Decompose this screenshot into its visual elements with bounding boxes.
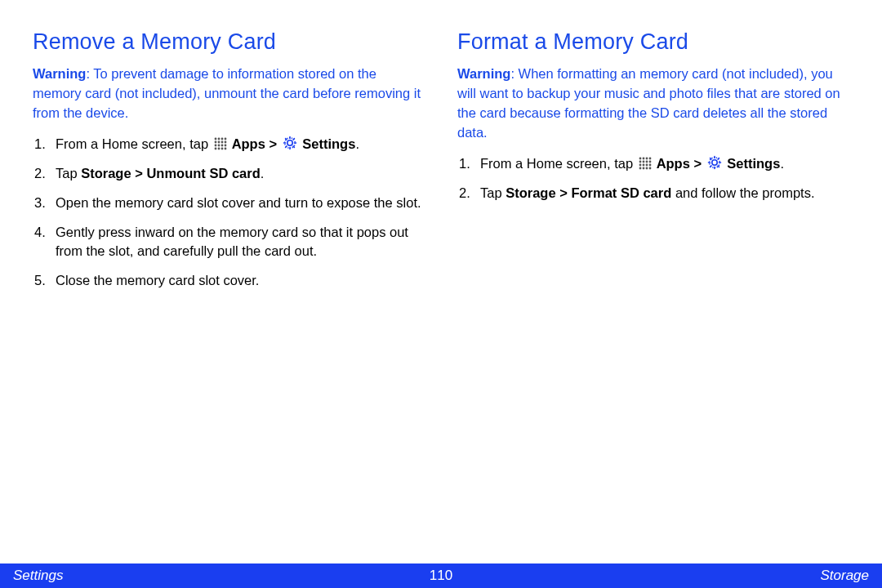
warning-label: Warning <box>457 66 510 81</box>
warning-remove: Warning: To prevent damage to informatio… <box>33 65 425 123</box>
apps-icon <box>639 157 652 170</box>
step: Tap Storage > Unmount SD card. <box>33 164 425 184</box>
footer-bar: Settings 110 Storage <box>0 564 882 588</box>
step: From a Home screen, tap Apps > Settings. <box>457 154 849 174</box>
warning-text: : When formatting an memory card (not in… <box>457 66 840 140</box>
heading-format: Format a Memory Card <box>457 29 849 55</box>
step: Close the memory card slot cover. <box>33 271 425 291</box>
warning-text: : To prevent damage to information store… <box>33 66 421 120</box>
footer-left: Settings <box>13 568 63 584</box>
step: Open the memory card slot cover and turn… <box>33 194 425 213</box>
footer-right: Storage <box>820 568 869 584</box>
heading-remove: Remove a Memory Card <box>33 29 425 55</box>
path-label: Storage > Unmount SD card <box>81 166 261 180</box>
step: From a Home screen, tap Apps > Settings. <box>33 135 425 154</box>
steps-format: From a Home screen, tap Apps > Settings.… <box>457 154 849 203</box>
left-column: Remove a Memory Card Warning: To prevent… <box>33 29 425 301</box>
warning-format: Warning: When formatting an memory card … <box>457 65 849 143</box>
step: Tap Storage > Format SD card and follow … <box>457 184 849 203</box>
right-column: Format a Memory Card Warning: When forma… <box>457 29 849 301</box>
settings-label: Settings <box>299 136 356 151</box>
page-number: 110 <box>430 568 452 584</box>
apps-label: Apps > <box>653 156 706 171</box>
step: Gently press inward on the memory card s… <box>33 223 425 262</box>
settings-label: Settings <box>724 156 781 171</box>
page-content: Remove a Memory Card Warning: To prevent… <box>0 0 882 301</box>
steps-remove: From a Home screen, tap Apps > Settings.… <box>33 135 425 292</box>
apps-label: Apps > <box>229 136 281 151</box>
apps-icon <box>214 137 227 150</box>
gear-icon <box>707 155 722 170</box>
gear-icon <box>283 136 297 150</box>
path-label: Storage > Format SD card <box>506 185 671 200</box>
warning-label: Warning <box>33 66 86 81</box>
